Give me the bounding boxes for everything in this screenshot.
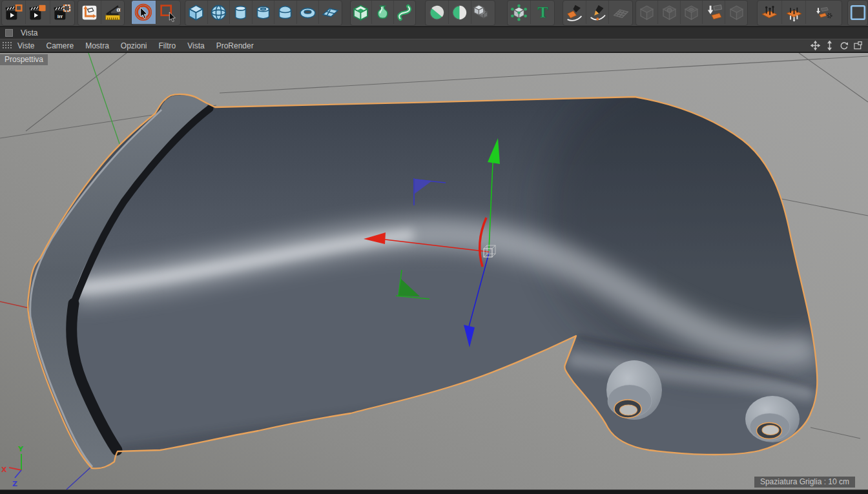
menu-opzioni[interactable]: Opzioni [121, 41, 147, 50]
cube-primitive-icon[interactable] [185, 1, 208, 24]
spline-grid-icon[interactable] [609, 1, 632, 24]
camera-view-label[interactable]: Prospettiva [0, 54, 48, 65]
modeling-generator-group [425, 0, 495, 26]
svg-text:irr: irr [57, 13, 63, 19]
window-bottom-edge [0, 489, 868, 494]
viewport-menubar: Viste Camere Mostra Opzioni Filtro Vista… [0, 39, 868, 52]
axis-z-label: Z [12, 480, 17, 488]
viewport-nav-controls [811, 41, 868, 50]
remesh-gear-icon[interactable] [806, 1, 842, 24]
pan-icon[interactable] [811, 41, 820, 50]
plane-primitive-icon[interactable] [319, 1, 341, 24]
tube-primitive-icon[interactable] [253, 1, 275, 24]
spline-tools-group [563, 0, 632, 26]
menu-filtro[interactable]: Filtro [159, 41, 176, 50]
sphere-primitive-icon[interactable] [208, 1, 231, 24]
rotate-icon[interactable] [839, 41, 849, 50]
rectangle-selection-icon[interactable] [156, 1, 180, 24]
scene-canvas[interactable]: Y X Z [0, 53, 868, 490]
volume-builder-icon[interactable] [636, 1, 659, 24]
menu-prorender[interactable]: ProRender [216, 41, 254, 50]
oil-tank-primitive-icon[interactable] [274, 1, 297, 24]
screw-boss-right [745, 396, 800, 442]
generator-group [350, 0, 417, 26]
panel-square-icon[interactable] [5, 29, 13, 37]
atom-array-icon[interactable] [508, 1, 531, 24]
interactive-render-region-icon[interactable]: irr [50, 1, 74, 24]
spline-sketch-icon[interactable] [586, 1, 609, 24]
volume-cache-icon[interactable] [725, 1, 747, 24]
lathe-icon[interactable] [372, 1, 394, 24]
live-selection-icon[interactable] [132, 1, 156, 24]
render-view-icon[interactable] [2, 1, 26, 24]
motext-icon[interactable]: T [531, 1, 554, 24]
axis-y-label: Y [17, 445, 24, 453]
boole-icon[interactable] [426, 1, 448, 24]
subdivision-surface-icon[interactable] [351, 1, 373, 24]
scatter-group [757, 0, 842, 26]
menu-vista[interactable]: Vista [187, 41, 204, 50]
main-toolbar: irr α [0, 0, 868, 26]
cylinder-primitive-icon[interactable] [230, 1, 253, 24]
screw-boss-left [606, 360, 662, 420]
svg-text:α: α [117, 5, 121, 12]
zoom-icon[interactable] [825, 41, 834, 50]
sweep-icon[interactable] [394, 1, 416, 24]
symmetry-icon[interactable] [449, 1, 471, 24]
coordinate-group: α [78, 0, 125, 26]
menu-viste[interactable]: Viste [17, 41, 34, 50]
volume-mesher-icon[interactable] [703, 1, 725, 24]
selection-group [131, 0, 181, 26]
layout-group [847, 0, 868, 26]
primitive-group [185, 0, 342, 26]
array-icon[interactable] [471, 1, 494, 24]
volume-sphere-icon[interactable] [658, 1, 681, 24]
menu-mostra[interactable]: Mostra [85, 41, 109, 50]
effect-group: T [507, 0, 555, 26]
menu-camere[interactable]: Camere [46, 41, 74, 50]
volume-group [636, 0, 748, 26]
spline-pen-icon[interactable] [563, 1, 586, 24]
svg-text:T: T [537, 5, 548, 21]
torus-primitive-icon[interactable] [297, 1, 320, 24]
axis-x-label: X [1, 466, 7, 474]
measure-icon[interactable]: α [101, 1, 124, 24]
volume-cube-icon[interactable] [681, 1, 703, 24]
workplane-icon[interactable] [78, 1, 101, 24]
panel-title-label: Vista [21, 28, 37, 37]
viewport-3d[interactable]: Y X Z Prospettiva Spaziatura Griglia : 1… [0, 53, 868, 490]
maximize-view-icon[interactable] [853, 41, 863, 50]
render-group: irr [1, 0, 75, 26]
layout-square-icon[interactable] [848, 1, 867, 24]
place-objects-icon[interactable] [758, 1, 781, 24]
scatter-objects-icon[interactable] [782, 1, 806, 24]
drag-grip-icon[interactable] [2, 41, 12, 50]
render-to-picture-viewer-icon[interactable] [26, 1, 50, 24]
viewport-panel-titlebar: Vista [0, 27, 868, 39]
grid-spacing-status: Spaziatura Griglia : 10 cm [754, 477, 855, 488]
